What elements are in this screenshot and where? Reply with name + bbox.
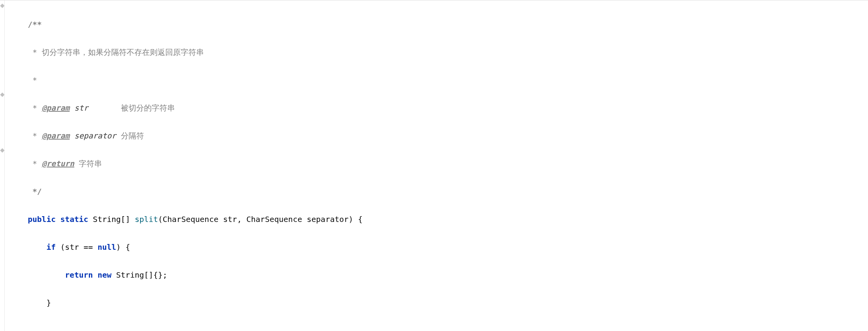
keyword-new: new: [98, 270, 112, 280]
comment-start: /**: [28, 20, 42, 29]
doc-tag-return: @return: [42, 159, 74, 168]
doc-param-name: str: [70, 103, 88, 113]
keyword-if: if: [46, 242, 56, 252]
editor-gutter: [0, 0, 5, 331]
comment-end: */: [28, 187, 42, 196]
doc-param-desc: 被切分的字符串: [88, 103, 175, 113]
code-editor: /** * 切分字符串，如果分隔符不存在则返回原字符串 * * @param s…: [0, 0, 868, 331]
keyword-public: public: [28, 215, 56, 224]
comment-prefix: *: [28, 103, 42, 113]
doc-return-desc: 字符串: [74, 159, 102, 168]
condition: (str ==: [56, 242, 97, 252]
comment-text: 切分字符串，如果分隔符不存在则返回原字符串: [42, 48, 204, 57]
brace-close: }: [28, 298, 51, 307]
keyword-return: return: [65, 270, 93, 280]
comment-prefix: *: [28, 159, 42, 168]
array-literal: String[]{};: [112, 270, 168, 280]
comment-line: *: [28, 75, 37, 85]
return-type: String[]: [93, 215, 130, 224]
comment-prefix: *: [28, 131, 42, 140]
fold-icon[interactable]: [0, 148, 4, 152]
doc-tag-param: @param: [42, 103, 70, 113]
code-area[interactable]: /** * 切分字符串，如果分隔符不存在则返回原字符串 * * @param s…: [6, 3, 868, 331]
literal-null: null: [98, 242, 116, 252]
doc-param-name: separator: [70, 131, 116, 140]
method-params: (CharSequence str, CharSequence separato…: [158, 215, 363, 224]
doc-param-desc: 分隔符: [116, 131, 144, 140]
method-name: split: [135, 215, 158, 224]
fold-icon[interactable]: [0, 3, 4, 8]
comment-prefix: *: [28, 48, 42, 57]
condition-close: ) {: [116, 242, 130, 252]
fold-icon[interactable]: [0, 92, 4, 97]
keyword-static: static: [60, 215, 88, 224]
doc-tag-param: @param: [42, 131, 70, 140]
